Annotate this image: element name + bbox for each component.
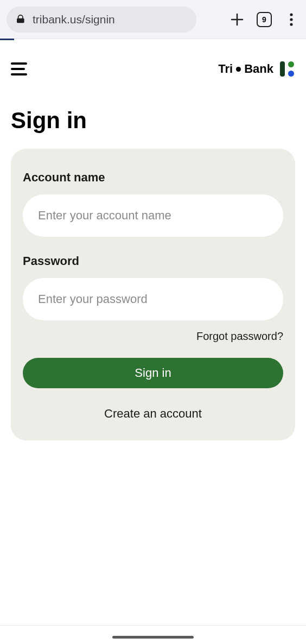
brand-text-right: Bank [244, 62, 273, 76]
page-title: Sign in [0, 99, 306, 149]
tab-switcher-icon[interactable]: 9 [256, 11, 272, 28]
app-header: Tri Bank [0, 39, 306, 99]
url-bar[interactable]: tribank.us/signin [7, 7, 196, 33]
home-indicator-icon[interactable] [112, 636, 194, 639]
url-text: tribank.us/signin [33, 13, 115, 26]
create-account-link[interactable]: Create an account [23, 407, 283, 421]
menu-icon[interactable] [11, 62, 27, 75]
browser-chrome: tribank.us/signin 9 [0, 0, 306, 39]
divider [0, 625, 306, 626]
password-label: Password [23, 254, 283, 268]
signin-button[interactable]: Sign in [23, 358, 283, 388]
account-group: Account name [23, 171, 283, 237]
page-load-progress [0, 39, 14, 40]
forgot-password-link[interactable]: Forgot password? [23, 330, 283, 343]
browser-menu-icon[interactable] [283, 11, 299, 28]
account-name-input[interactable] [23, 194, 283, 237]
brand-logo-icon [280, 60, 295, 78]
svg-point-1 [290, 18, 292, 21]
svg-point-2 [290, 23, 292, 26]
account-name-label: Account name [23, 171, 283, 185]
svg-point-0 [290, 13, 292, 16]
lock-icon [16, 15, 26, 24]
password-group: Password [23, 254, 283, 320]
brand[interactable]: Tri Bank [218, 60, 295, 78]
password-input[interactable] [23, 278, 283, 320]
brand-dot-icon [236, 67, 241, 72]
brand-text: Tri Bank [218, 62, 273, 76]
new-tab-icon[interactable] [229, 11, 245, 28]
browser-actions: 9 [229, 11, 299, 28]
brand-text-left: Tri [218, 62, 233, 76]
signin-form-card: Account name Password Forgot password? S… [11, 149, 295, 440]
tab-count: 9 [257, 12, 272, 27]
